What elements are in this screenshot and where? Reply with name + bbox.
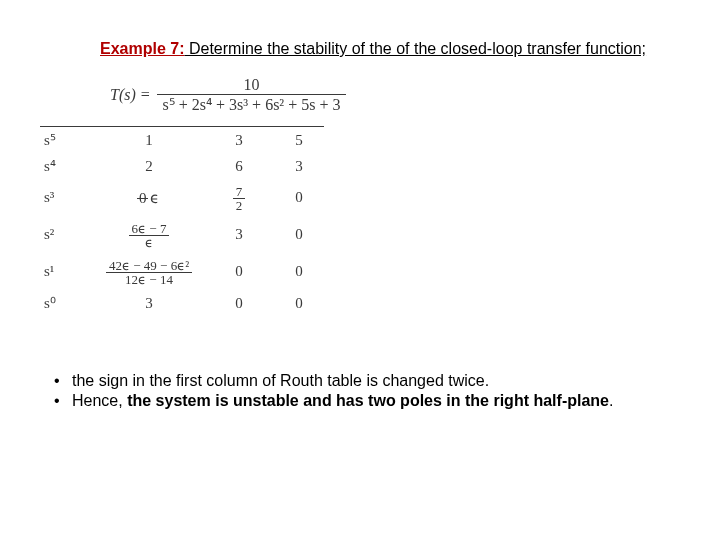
- cell: 0: [274, 253, 324, 290]
- title-rest: Determine the stability of the of the cl…: [184, 40, 646, 57]
- slide: Example 7: Determine the stability of th…: [0, 0, 720, 410]
- row-label: s³: [40, 179, 94, 216]
- table-row: s⁴ 2 6 3: [40, 153, 324, 179]
- table-row: s³ 0 ϵ 72 0: [40, 179, 324, 216]
- title-prefix: Example 7:: [100, 40, 184, 57]
- conclusion-list: the sign in the first column of Routh ta…: [50, 372, 680, 410]
- cell: 3: [274, 153, 324, 179]
- cell: 1: [94, 127, 204, 154]
- cell: 3: [94, 290, 204, 316]
- cell: 0: [204, 253, 274, 290]
- row-label: s⁰: [40, 290, 94, 316]
- table-row: s⁵ 1 3 5: [40, 127, 324, 154]
- cell: 6ϵ − 7ϵ: [94, 216, 204, 253]
- eq-lhs: T(s) =: [110, 86, 151, 104]
- row-label: s¹: [40, 253, 94, 290]
- transfer-function: T(s) = 10 s⁵ + 2s⁴ + 3s³ + 6s² + 5s + 3: [110, 76, 680, 114]
- row-label: s⁵: [40, 127, 94, 154]
- row-label: s²: [40, 216, 94, 253]
- eq-num: 10: [238, 76, 266, 94]
- cell: 0 ϵ: [94, 179, 204, 216]
- cell: 3: [204, 127, 274, 154]
- table-row: s¹ 42ϵ − 49 − 6ϵ²12ϵ − 14 0 0: [40, 253, 324, 290]
- eq-fraction: 10 s⁵ + 2s⁴ + 3s³ + 6s² + 5s + 3: [157, 76, 347, 114]
- list-item: Hence, the system is unstable and has tw…: [50, 392, 680, 410]
- cell: 2: [94, 153, 204, 179]
- cell: 0: [204, 290, 274, 316]
- cell: 42ϵ − 49 − 6ϵ²12ϵ − 14: [94, 253, 204, 290]
- cell: 3: [204, 216, 274, 253]
- row-label: s⁴: [40, 153, 94, 179]
- table-row: s² 6ϵ − 7ϵ 3 0: [40, 216, 324, 253]
- routh-table: s⁵ 1 3 5 s⁴ 2 6 3 s³ 0 ϵ 72 0 s² 6ϵ − 7ϵ…: [40, 126, 680, 316]
- eq-den: s⁵ + 2s⁴ + 3s³ + 6s² + 5s + 3: [157, 94, 347, 114]
- cell: 0: [274, 216, 324, 253]
- cell: 5: [274, 127, 324, 154]
- cell: 6: [204, 153, 274, 179]
- example-title: Example 7: Determine the stability of th…: [100, 40, 680, 58]
- cell: 0: [274, 290, 324, 316]
- cell: 72: [204, 179, 274, 216]
- struck-zero: 0: [139, 190, 147, 207]
- cell: 0: [274, 179, 324, 216]
- list-item: the sign in the first column of Routh ta…: [50, 372, 680, 390]
- table-row: s⁰ 3 0 0: [40, 290, 324, 316]
